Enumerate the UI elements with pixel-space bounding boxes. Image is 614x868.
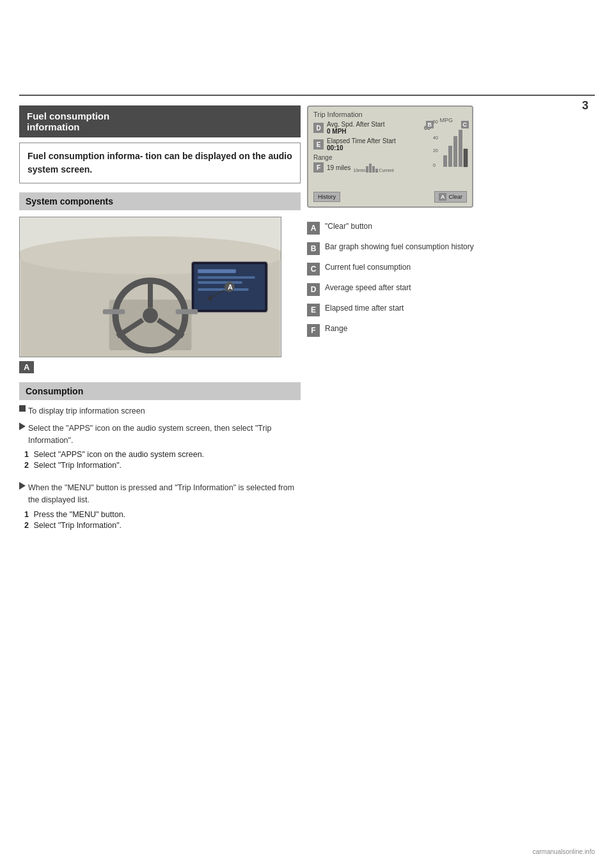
svg-rect-16 xyxy=(176,309,198,314)
letter-b-box: B xyxy=(307,242,320,255)
top-divider xyxy=(19,95,595,96)
svg-rect-27 xyxy=(453,136,457,167)
num-item-2-1: 1 Press the "MENU" button. xyxy=(19,510,301,519)
svg-rect-29 xyxy=(464,149,468,167)
bullet3-text: When the "MENU" button is pressed and "T… xyxy=(28,482,301,506)
svg-rect-12 xyxy=(198,276,255,279)
svg-rect-28 xyxy=(459,130,462,167)
num-item-2-2: 2 Select "Trip Information". xyxy=(19,521,301,530)
svg-rect-11 xyxy=(198,269,235,273)
trip-history-row: History A Clear xyxy=(313,191,467,203)
bullet1-text: To display trip information screen xyxy=(28,405,145,417)
clear-label: Clear xyxy=(448,194,462,200)
fuel-header: Fuel consumptioninformation xyxy=(19,105,301,137)
svg-text:40: 40 xyxy=(433,136,438,140)
letter-descriptions: A "Clear" button B Bar graph showing fue… xyxy=(307,221,595,337)
left-column: Fuel consumptioninformation Fuel consump… xyxy=(19,105,301,532)
bullet-triangle-icon-2 xyxy=(19,482,26,490)
svg-text:60: 60 xyxy=(433,120,438,124)
letter-desc-d: D Average speed after start xyxy=(307,282,595,296)
svg-rect-26 xyxy=(448,146,452,167)
letter-desc-c: C Current fuel consumption xyxy=(307,261,595,275)
history-button[interactable]: History xyxy=(313,192,340,202)
letter-c-box: C xyxy=(307,263,320,275)
svg-point-5 xyxy=(143,308,158,323)
svg-rect-25 xyxy=(443,155,447,167)
num-item-1-2: 2 Select "Trip Information". xyxy=(19,461,301,470)
right-column: Trip Information MPG D Avg. Spd. After S… xyxy=(307,105,595,343)
intro-text: Fuel consumption informa- tion can be di… xyxy=(28,151,292,174)
bullet2-text: Select the "APPS" icon on the audio syst… xyxy=(28,422,301,447)
dashboard-image: A xyxy=(19,217,281,357)
letter-a-box: A xyxy=(307,222,320,235)
letter-c-text: Current fuel consumption xyxy=(325,261,411,273)
watermark: carmanualsonline.info xyxy=(533,848,595,855)
label-a-left: A xyxy=(19,361,301,382)
bullet-triangle-icon xyxy=(19,422,26,430)
svg-text:A: A xyxy=(228,283,233,291)
letter-desc-f: F Range xyxy=(307,323,595,337)
clear-button[interactable]: A Clear xyxy=(434,191,467,203)
avg-speed-label: Avg. Spd. After Start xyxy=(327,121,384,128)
range-value: 19 miles xyxy=(327,164,350,171)
svg-rect-13 xyxy=(198,281,242,284)
bar-chart-area: 60 40 20 0 xyxy=(433,117,468,171)
letter-d-box: D xyxy=(307,283,320,296)
bullet-square-icon xyxy=(19,405,26,412)
system-components-header: System components xyxy=(19,192,301,210)
letter-d-text: Average speed after start xyxy=(325,282,411,293)
letter-desc-e: E Elapsed time after start xyxy=(307,302,595,316)
num-item-1-1: 1 Select "APPS" icon on the audio system… xyxy=(19,450,301,459)
svg-text:20: 20 xyxy=(433,148,438,153)
elapsed-value: 00:10 xyxy=(327,144,396,151)
label-d-box: D xyxy=(313,123,324,133)
letter-e-text: Elapsed time after start xyxy=(325,302,404,314)
label-f-box: F xyxy=(313,162,324,173)
letter-b-text: Bar graph showing fuel consumption histo… xyxy=(325,241,474,252)
letter-e-box: E xyxy=(307,304,320,316)
consumption-header: Consumption xyxy=(19,382,301,400)
letter-a-text: "Clear" button xyxy=(325,221,372,232)
letter-desc-a: A "Clear" button xyxy=(307,221,595,235)
elapsed-label: Elapsed Time After Start xyxy=(327,137,396,144)
svg-text:0: 0 xyxy=(433,163,436,167)
letter-f-box: F xyxy=(307,324,320,337)
clear-a-label: A xyxy=(439,193,447,201)
trip-info-screen: Trip Information MPG D Avg. Spd. After S… xyxy=(307,105,473,208)
avg-speed-value: 0 MPH xyxy=(327,128,384,135)
label-e-box: E xyxy=(313,139,324,150)
letter-desc-b: B Bar graph showing fuel consumption his… xyxy=(307,241,595,255)
intro-box: Fuel consumption informa- tion can be di… xyxy=(19,143,301,183)
letter-f-text: Range xyxy=(325,323,347,334)
svg-rect-15 xyxy=(103,309,125,314)
label-a-box: A xyxy=(19,361,34,373)
